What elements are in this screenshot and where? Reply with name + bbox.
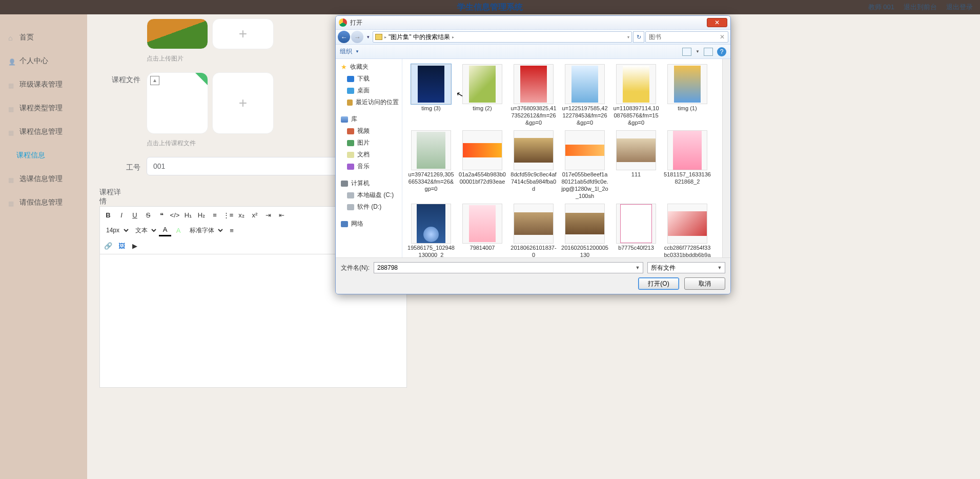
file-list-scrollbar[interactable] [722, 59, 730, 257]
file-item[interactable]: timg (1) [663, 63, 712, 127]
nav-drive-c[interactable]: 本地磁盘 (C:) [336, 189, 402, 201]
sidebar-item-label: 课程类型管理 [19, 104, 63, 113]
refresh-button[interactable]: ↻ [633, 31, 644, 43]
nav-videos[interactable]: 视频 [336, 125, 402, 137]
nav-desktop[interactable]: 桌面 [336, 85, 402, 96]
h1-button[interactable]: H₁ [182, 209, 194, 221]
filename-label: 文件名(N): [341, 264, 370, 272]
topbar: 学生信息管理系统 教师 001 退出到前台 退出登录 [0, 0, 980, 14]
organize-button[interactable]: 组织 ▼ [340, 47, 359, 56]
file-item[interactable]: timg (2) [458, 63, 507, 127]
sidebar-item-home[interactable]: 首页 [0, 26, 87, 49]
underline-button[interactable]: U [129, 209, 141, 221]
file-item[interactable]: 19586175_102948130000_2 [406, 203, 456, 257]
breadcrumb-separator-icon: ▸ [452, 35, 454, 39]
file-item[interactable]: 20180626101837-0 [509, 203, 558, 257]
nav-favorites[interactable]: ★收藏夹 [336, 61, 402, 73]
fontfamily-select[interactable]: 标准字体 [186, 225, 224, 235]
font-color-button[interactable]: A [159, 224, 171, 236]
upload-image-button[interactable]: + [212, 18, 274, 49]
code-button[interactable]: </> [169, 209, 181, 221]
highlight-button[interactable]: A [172, 224, 185, 236]
nav-recent[interactable]: 最近访问的位置 [336, 96, 402, 108]
view-dropdown-icon[interactable]: ▼ [696, 49, 700, 54]
sidebar-item-leave-info[interactable]: 请假信息管理 [0, 191, 87, 214]
file-item[interactable]: u=1108397114,1008768576&fm=15&gp=0 [611, 63, 661, 127]
nav-history-dropdown[interactable]: ▾ [364, 31, 372, 43]
align-button[interactable]: ≡ [226, 224, 238, 236]
uploaded-coursefile-thumb[interactable]: ▲ [147, 72, 208, 134]
subscript-button[interactable]: x₂ [235, 209, 248, 221]
indent-button[interactable]: ⇥ [262, 209, 274, 221]
italic-button[interactable]: I [115, 209, 128, 221]
h2-button[interactable]: H₂ [195, 209, 208, 221]
uploaded-image-thumb[interactable] [147, 18, 208, 49]
file-item[interactable]: timg (3) [406, 63, 456, 127]
address-bar[interactable]: ▸ "图片集" 中的搜索结果 ▸ ▾ [373, 31, 632, 43]
sidebar-item-class-schedule[interactable]: 班级课表管理 [0, 73, 87, 96]
file-item[interactable]: u=3768093825,4173522612&fm=26&gp=0 [509, 63, 558, 127]
address-dropdown-icon[interactable]: ▾ [627, 35, 629, 39]
exit-to-front-button[interactable]: 退出到前台 [904, 3, 937, 12]
filename-combo[interactable]: 288798 ▼ [374, 262, 643, 273]
sidebar-item-course-info-mgmt[interactable]: 课程信息管理 [0, 120, 87, 144]
current-user[interactable]: 教师 001 [868, 3, 894, 12]
nav-music[interactable]: 音乐 [336, 161, 402, 172]
upload-coursefile-button[interactable]: + [212, 72, 274, 134]
open-button[interactable]: 打开(O) [638, 277, 679, 290]
video-button[interactable]: ▶ [129, 240, 141, 252]
nav-network[interactable]: 网络 [336, 218, 402, 230]
outdent-button[interactable]: ⇤ [275, 209, 288, 221]
filetype-filter-combo[interactable]: 所有文件 ▼ [647, 262, 725, 273]
superscript-button[interactable]: x² [249, 209, 261, 221]
sidebar-item-course-info[interactable]: 课程信息 [0, 144, 87, 167]
file-item[interactable]: b7775c40f213 [611, 203, 661, 257]
file-item[interactable]: ccb286f772854f33bc0331bbddb6b9aea [663, 203, 712, 257]
file-item[interactable]: 201602051200005130 [560, 203, 609, 257]
file-item[interactable]: 5181157_1633136821868_2 [663, 129, 712, 201]
nav-computer[interactable]: 计算机 [336, 177, 402, 189]
file-item[interactable]: 79814007 [458, 203, 507, 257]
quote-button[interactable]: ❝ [155, 209, 168, 221]
dropdown-icon[interactable]: ▼ [716, 265, 724, 270]
plus-icon: + [239, 26, 247, 42]
file-item[interactable]: u=1225197585,4212278453&fm=26&gp=0 [560, 63, 609, 127]
link-button[interactable]: 🔗 [102, 240, 114, 252]
logout-button[interactable]: 退出登录 [946, 3, 973, 12]
sidebar-item-profile[interactable]: 个人中心 [0, 49, 87, 73]
nav-downloads[interactable]: 下载 [336, 73, 402, 85]
list-ordered-button[interactable]: ≡ [209, 209, 221, 221]
dialog-close-button[interactable]: ✕ [707, 18, 727, 27]
file-item[interactable]: 017e055be8eef1a80121ab5dfd9c0e.jpg@1280w… [560, 129, 609, 201]
preview-pane-button[interactable] [704, 48, 713, 56]
label-job-no: 工号 [99, 160, 147, 172]
file-item[interactable]: 01a2a4554b983b000001bf72d93eae [458, 129, 507, 201]
help-button[interactable]: ? [717, 47, 726, 56]
search-clear-button[interactable]: ✕ [720, 33, 725, 41]
search-box[interactable]: 图书 ✕ [645, 31, 728, 43]
list-bullet-button[interactable]: ⋮≡ [222, 209, 234, 221]
nav-back-button[interactable]: ← [338, 31, 350, 43]
video-icon [347, 128, 354, 134]
image-button[interactable]: 🖼 [115, 240, 128, 252]
grid-icon [8, 105, 15, 112]
sidebar-item-enroll-info[interactable]: 选课信息管理 [0, 167, 87, 191]
bold-button[interactable]: B [102, 209, 114, 221]
nav-libraries[interactable]: 库 [336, 113, 402, 125]
nav-pictures[interactable]: 图片 [336, 137, 402, 149]
nav-documents[interactable]: 文档 [336, 149, 402, 161]
strike-button[interactable]: S [142, 209, 154, 221]
nav-forward-button[interactable]: → [351, 31, 363, 43]
file-list[interactable]: timg (3) timg (2) u=3768093825,417352261… [402, 59, 722, 257]
file-item[interactable]: 8dcfd59c9c8ec4af7414c5ba984fba0d [509, 129, 558, 201]
text-style-select[interactable]: 文本 [131, 225, 158, 235]
cancel-button[interactable]: 取消 [684, 277, 725, 290]
nav-drive-d[interactable]: 软件 (D:) [336, 201, 402, 213]
file-item[interactable]: u=397421269,3056653342&fm=26&gp=0 [406, 129, 456, 201]
sidebar-item-course-type[interactable]: 课程类型管理 [0, 96, 87, 120]
dropdown-icon[interactable]: ▼ [634, 265, 642, 270]
view-thumbnails-button[interactable] [682, 48, 691, 56]
fontsize-select[interactable]: 14px [102, 225, 130, 235]
file-item[interactable]: 111 [611, 129, 661, 201]
picture-icon [347, 140, 354, 146]
